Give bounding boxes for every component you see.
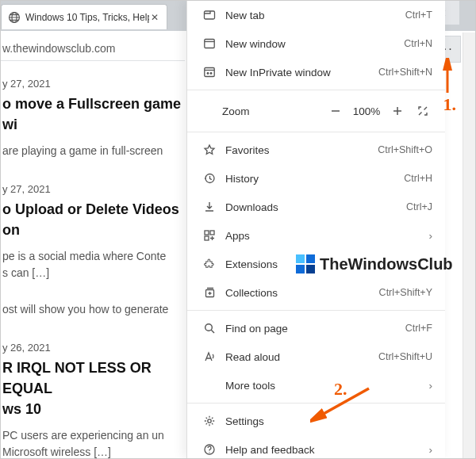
svg-point-15	[209, 452, 209, 453]
zoom-out-button[interactable]	[323, 98, 348, 124]
tab-title: Windows 10 Tips, Tricks, Help, Su	[25, 12, 149, 23]
post-excerpt: are playing a game in full-screen	[2, 143, 186, 159]
menu-item-label: Help and feedback	[219, 444, 420, 456]
close-icon[interactable]: ✕	[149, 12, 160, 23]
search-icon	[200, 322, 219, 335]
menu-item-label: Downloads	[219, 201, 406, 213]
help-icon	[200, 443, 219, 456]
svg-point-12	[205, 324, 213, 331]
inprivate-icon	[200, 66, 219, 78]
menu-item-label: New tab	[219, 10, 405, 21]
post-title: o move a Fullscreen game wi	[2, 94, 186, 135]
menu-item-shortcut: Ctrl+T	[405, 10, 432, 21]
menu-item-help[interactable]: Help and feedback ›	[187, 435, 445, 459]
vertical-scrollbar[interactable]	[463, 33, 475, 458]
menu-item-shortcut: Ctrl+H	[404, 173, 432, 184]
svg-rect-4	[205, 68, 214, 77]
menu-item-find[interactable]: Find on page Ctrl+F	[187, 314, 445, 342]
menu-separator	[187, 132, 445, 132]
annotation-arrow-1	[447, 63, 448, 94]
download-icon	[200, 201, 219, 213]
menu-item-apps[interactable]: Apps ›	[187, 221, 445, 250]
svg-rect-9	[210, 231, 214, 235]
menu-item-shortcut: Ctrl+J	[406, 201, 432, 212]
menu-zoom-row: Zoom 100%	[187, 94, 445, 128]
menu-item-history[interactable]: History Ctrl+H	[187, 164, 445, 193]
menu-item-read-aloud[interactable]: Read aloud Ctrl+Shift+U	[187, 342, 445, 371]
menu-item-favorites[interactable]: Favorites Ctrl+Shift+O	[187, 136, 445, 164]
post-title: o Upload or Delete Videos on	[2, 199, 186, 240]
menu-item-label: Find on page	[219, 323, 405, 335]
window-icon	[200, 37, 219, 50]
menu-item-label: New window	[219, 38, 404, 50]
menu-item-collections[interactable]: Collections Ctrl+Shift+Y	[187, 278, 445, 307]
post-title: R IRQL NOT LESS OR EQUAL ws 10	[2, 358, 186, 419]
page-content: y 27, 2021 o move a Fullscreen game wi a…	[2, 66, 186, 458]
menu-item-label: Apps	[219, 230, 420, 242]
gear-icon	[200, 415, 219, 427]
post-date: y 27, 2021	[2, 77, 186, 92]
menu-item-new-tab[interactable]: New tab Ctrl+T	[187, 1, 445, 29]
menu-item-shortcut: Ctrl+N	[404, 38, 432, 49]
post-excerpt: ost will show you how to generate	[2, 301, 186, 317]
svg-rect-2	[205, 11, 215, 19]
menu-item-label: New InPrivate window	[219, 67, 378, 78]
menu-item-shortcut: Ctrl+Shift+O	[378, 144, 432, 155]
watermark: TheWindowsClub	[296, 254, 453, 273]
svg-point-6	[210, 72, 213, 75]
collections-icon	[200, 286, 219, 299]
read-aloud-icon	[200, 350, 219, 363]
svg-rect-8	[205, 231, 209, 235]
history-icon	[200, 172, 219, 185]
chevron-right-icon: ›	[420, 444, 432, 456]
menu-item-label: History	[219, 173, 404, 185]
post-excerpt: pe is a social media where Conte s can […	[2, 248, 186, 281]
fullscreen-button[interactable]	[410, 98, 436, 124]
svg-point-5	[207, 72, 209, 75]
watermark-text: TheWindowsClub	[320, 255, 453, 273]
extensions-icon	[200, 258, 219, 270]
menu-separator	[187, 90, 445, 90]
post-excerpt: PC users are experiencing an un Microsof…	[2, 427, 186, 458]
menu-separator	[187, 310, 445, 311]
chevron-right-icon: ›	[420, 380, 432, 392]
menu-item-label: Read aloud	[219, 351, 378, 363]
menu-item-shortcut: Ctrl+F	[405, 323, 432, 334]
globe-icon	[8, 11, 21, 24]
menu-item-shortcut: Ctrl+Shift+N	[378, 67, 432, 78]
svg-rect-3	[205, 40, 214, 48]
menu-item-label: Favorites	[219, 144, 378, 156]
svg-point-13	[208, 419, 211, 423]
post-date: y 27, 2021	[2, 182, 186, 197]
address-bar-fragment[interactable]: w.thewindowsclub.com	[1, 36, 185, 61]
annotation-label-2: 2.	[334, 379, 347, 400]
chevron-right-icon: ›	[420, 230, 432, 242]
svg-rect-10	[205, 236, 209, 240]
browser-tab[interactable]: Windows 10 Tips, Tricks, Help, Su ✕	[1, 4, 167, 29]
post-date: y 26, 2021	[2, 341, 186, 356]
tab-icon	[200, 9, 219, 21]
annotation-label-1: 1.	[443, 94, 457, 115]
star-icon	[200, 143, 219, 156]
apps-icon	[200, 229, 219, 242]
zoom-label: Zoom	[197, 105, 323, 117]
menu-item-shortcut: Ctrl+Shift+U	[378, 351, 432, 362]
menu-item-shortcut: Ctrl+Shift+Y	[379, 287, 432, 298]
menu-item-downloads[interactable]: Downloads Ctrl+J	[187, 193, 445, 221]
menu-item-new-inprivate[interactable]: New InPrivate window Ctrl+Shift+N	[187, 58, 445, 86]
windows-logo-icon	[296, 254, 315, 273]
zoom-in-button[interactable]	[385, 98, 410, 124]
menu-item-new-window[interactable]: New window Ctrl+N	[187, 29, 445, 58]
zoom-percent: 100%	[348, 105, 385, 117]
menu-item-label: Collections	[219, 287, 379, 299]
